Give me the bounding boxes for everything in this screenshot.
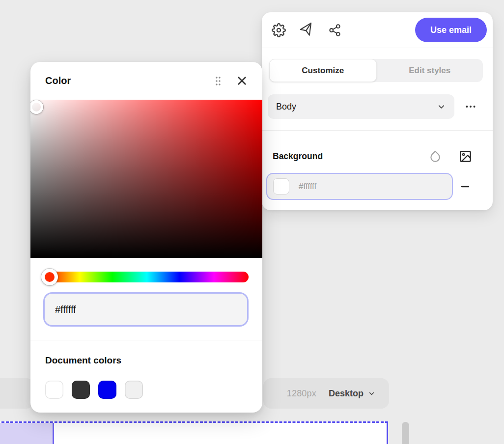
panel-tabs: Customize Edit styles [269, 59, 483, 82]
chevron-down-icon [368, 390, 375, 397]
dialog-close-button[interactable] [231, 70, 252, 92]
panel-divider [262, 130, 493, 131]
document-color-swatch[interactable] [98, 381, 116, 399]
color-swatch-preview [273, 178, 289, 194]
email-builder-app: 1280px Desktop [0, 0, 504, 444]
selected-column[interactable] [0, 423, 54, 444]
hex-field-wrapper [43, 292, 249, 327]
tab-edit-styles[interactable]: Edit styles [377, 59, 483, 82]
color-picker-dialog: Color Document colors [30, 62, 262, 413]
document-colors-label: Document colors [45, 355, 121, 366]
image-icon [459, 150, 472, 163]
device-selector[interactable]: Desktop [329, 388, 375, 399]
use-email-button[interactable]: Use email [415, 18, 487, 42]
minus-icon [459, 181, 471, 193]
element-dropdown-value: Body [276, 102, 296, 112]
saturation-value-area[interactable] [30, 100, 262, 258]
document-color-swatch[interactable] [45, 381, 63, 399]
hue-handle-dot [45, 272, 55, 282]
dialog-drag-handle[interactable] [208, 71, 228, 91]
share-button[interactable] [324, 19, 345, 41]
chevron-down-icon [437, 102, 446, 111]
dialog-header: Color [30, 62, 262, 100]
ellipsis-icon [464, 100, 477, 113]
droplet-icon [429, 150, 442, 163]
dialog-divider [30, 340, 262, 340]
tab-customize[interactable]: Customize [269, 59, 377, 82]
email-canvas-body[interactable] [0, 421, 388, 444]
element-dropdown-body[interactable]: Body [268, 94, 454, 119]
send-test-button[interactable] [296, 19, 317, 41]
send-icon [298, 22, 314, 38]
hue-slider-handle[interactable] [41, 269, 58, 285]
document-colors-row [45, 381, 143, 399]
gear-icon [272, 23, 286, 37]
close-icon [235, 74, 249, 87]
viewport-size-pill: 1280px Desktop [263, 378, 389, 409]
remove-color-button[interactable] [454, 176, 476, 197]
dialog-title: Color [45, 75, 71, 86]
share-icon [328, 24, 341, 37]
hue-slider[interactable] [45, 272, 249, 282]
document-color-swatch[interactable] [72, 381, 90, 399]
canvas-scrollbar[interactable] [402, 422, 409, 444]
viewport-width-label: 1280px [287, 388, 316, 399]
more-options-button[interactable] [460, 96, 481, 117]
drag-handle-icon [212, 75, 224, 87]
background-label: Background [273, 151, 323, 162]
gradient-fill-button[interactable] [424, 145, 446, 167]
background-color-value: #ffffff [299, 182, 316, 192]
panel-toolbar: Use email [262, 12, 493, 48]
background-color-field[interactable]: #ffffff [266, 173, 453, 200]
image-fill-button[interactable] [454, 145, 476, 167]
document-color-swatch[interactable] [125, 381, 143, 399]
inspector-panel: Use email Customize Edit styles Body Bac… [262, 12, 493, 210]
hex-color-input[interactable] [45, 304, 247, 315]
device-selector-label: Desktop [329, 388, 364, 399]
settings-button[interactable] [268, 19, 289, 41]
bottom-toolbar-left-segment [0, 378, 33, 409]
